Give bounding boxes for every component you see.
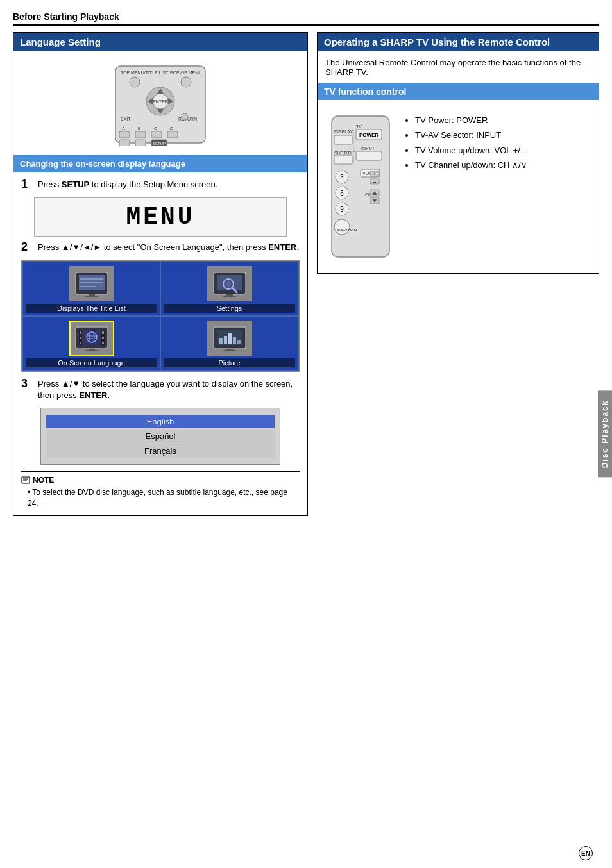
sharp-tv-section: Operating a SHARP TV Using the Remote Co… bbox=[317, 32, 599, 274]
lang-option-espanol[interactable]: Español bbox=[46, 430, 275, 443]
en-badge: EN bbox=[579, 846, 593, 860]
step-1: 1 Press SETUP to display the Setup Menu … bbox=[21, 179, 300, 191]
svg-text:SETUP: SETUP bbox=[153, 142, 166, 146]
settings-label: Settings bbox=[164, 304, 295, 313]
svg-rect-21 bbox=[151, 131, 162, 138]
svg-rect-23 bbox=[119, 140, 130, 146]
svg-rect-45 bbox=[80, 331, 81, 334]
right-column: Operating a SHARP TV Using the Remote Co… bbox=[317, 32, 599, 281]
svg-text:TOP MENU/TITLE LIST: TOP MENU/TITLE LIST bbox=[121, 71, 169, 75]
svg-text:SUBTITLE: SUBTITLE bbox=[334, 151, 356, 155]
note-text: • To select the DVD disc language, such … bbox=[28, 487, 300, 509]
tv-control-list: TV Power: POWER TV-AV Selector: INPUT TV… bbox=[405, 113, 527, 173]
step-3-number: 3 bbox=[21, 377, 33, 390]
svg-rect-50 bbox=[102, 342, 104, 344]
note-section: NOTE • To select the DVD disc language, … bbox=[21, 471, 300, 509]
lang-option-english[interactable]: English bbox=[46, 415, 275, 428]
tv-control-area: DISPLAY TV POWER SUBTITLE INPUT bbox=[325, 113, 591, 267]
on-screen-language-label: On Screen Language bbox=[26, 358, 157, 367]
svg-rect-33 bbox=[85, 296, 98, 297]
grid-cell-on-screen-language: On Screen Language bbox=[23, 317, 160, 370]
svg-rect-56 bbox=[85, 350, 98, 351]
grid-cell-picture: Picture bbox=[161, 317, 298, 370]
svg-rect-61 bbox=[228, 333, 232, 344]
step-3-bold: ENTER bbox=[79, 390, 107, 400]
svg-point-3 bbox=[130, 77, 140, 87]
picture-icon bbox=[207, 321, 252, 356]
page: Before Starting Playback Language Settin… bbox=[0, 0, 612, 868]
tv-function-subheader: TV function control bbox=[318, 83, 599, 100]
tv-remote-svg: DISPLAY TV POWER SUBTITLE INPUT bbox=[325, 113, 396, 267]
remote-svg: TOP MENU/TITLE LIST POP-UP MENU ENTER bbox=[103, 63, 218, 146]
title-list-icon bbox=[69, 266, 114, 301]
note-label: NOTE bbox=[33, 476, 54, 485]
svg-text:+: + bbox=[373, 171, 377, 177]
svg-rect-24 bbox=[135, 140, 146, 146]
tv-control-ch: TV Channel up/down: CH ∧/∨ bbox=[415, 158, 527, 172]
svg-point-96 bbox=[334, 219, 350, 235]
svg-text:6: 6 bbox=[340, 190, 344, 197]
step-2-bold: ENTER bbox=[268, 242, 296, 252]
svg-rect-66 bbox=[22, 477, 30, 483]
svg-text:POP-UP MENU: POP-UP MENU bbox=[170, 71, 201, 75]
svg-text:TV: TV bbox=[356, 124, 362, 129]
svg-text:INPUT: INPUT bbox=[361, 146, 375, 151]
tv-control-vol: TV Volume up/down: VOL +/– bbox=[415, 143, 527, 158]
svg-text:9: 9 bbox=[340, 206, 344, 213]
svg-rect-22 bbox=[167, 131, 178, 138]
svg-rect-20 bbox=[135, 131, 146, 138]
sharp-tv-intro-content: The Universal Remote Control may operate… bbox=[318, 51, 599, 83]
svg-rect-47 bbox=[80, 342, 81, 344]
title-list-label: Displays The Title List bbox=[26, 304, 157, 313]
step-2-text: Press ▲/▼/◄/► to select "On Screen Langu… bbox=[38, 242, 299, 253]
lang-section-content: 1 Press SETUP to display the Setup Menu … bbox=[13, 172, 307, 515]
svg-rect-78 bbox=[334, 155, 352, 164]
svg-rect-19 bbox=[119, 131, 130, 138]
svg-rect-48 bbox=[102, 331, 104, 334]
change-lang-header: Changing the on-screen display language bbox=[13, 155, 307, 172]
disc-playback-tab: Disc Playback bbox=[598, 391, 612, 478]
svg-rect-77 bbox=[356, 151, 382, 160]
svg-rect-74 bbox=[334, 135, 352, 144]
language-setting-section: Language Setting TOP MENU/TITLE LIST POP… bbox=[13, 32, 308, 516]
svg-point-14 bbox=[182, 113, 188, 120]
grid-cell-title-list: Displays The Title List bbox=[23, 262, 160, 315]
svg-rect-40 bbox=[223, 296, 236, 297]
step-1-bold: SETUP bbox=[62, 179, 89, 189]
grid-menu: Displays The Title List bbox=[21, 260, 300, 372]
svg-point-4 bbox=[181, 77, 191, 87]
remote-illustration: TOP MENU/TITLE LIST POP-UP MENU ENTER bbox=[21, 58, 300, 149]
main-columns: Language Setting TOP MENU/TITLE LIST POP… bbox=[13, 32, 599, 524]
svg-text:DISPLAY: DISPLAY bbox=[334, 129, 353, 134]
svg-rect-59 bbox=[219, 338, 223, 344]
left-column: Language Setting TOP MENU/TITLE LIST POP… bbox=[13, 32, 308, 524]
language-select-box: English Español Français bbox=[40, 408, 280, 465]
svg-text:FUNCTION: FUNCTION bbox=[337, 228, 357, 232]
settings-icon bbox=[207, 266, 252, 301]
tv-control-input: TV-AV Selector: INPUT bbox=[415, 128, 527, 142]
svg-rect-63 bbox=[237, 340, 241, 344]
svg-text:EXIT: EXIT bbox=[121, 117, 131, 121]
svg-rect-46 bbox=[80, 337, 81, 339]
note-title: NOTE bbox=[21, 476, 300, 485]
step-1-text: Press SETUP to display the Setup Menu sc… bbox=[38, 179, 217, 190]
grid-cell-settings: Settings bbox=[161, 262, 298, 315]
svg-text:ENTER: ENTER bbox=[153, 99, 168, 104]
svg-text:B: B bbox=[138, 126, 141, 131]
step-2-number: 2 bbox=[21, 240, 33, 254]
svg-rect-49 bbox=[102, 337, 104, 339]
lang-option-francais[interactable]: Français bbox=[46, 444, 275, 458]
menu-display: MENU bbox=[34, 197, 287, 237]
step-3: 3 Press ▲/▼ to select the language you w… bbox=[21, 378, 300, 401]
sharp-tv-header: Operating a SHARP TV Using the Remote Co… bbox=[318, 33, 599, 51]
svg-text:D: D bbox=[170, 126, 173, 131]
svg-rect-62 bbox=[233, 337, 236, 344]
page-title: Before Starting Playback bbox=[13, 12, 599, 26]
svg-text:C: C bbox=[154, 126, 157, 131]
step-1-number: 1 bbox=[21, 178, 33, 191]
tv-function-content: DISPLAY TV POWER SUBTITLE INPUT bbox=[318, 100, 599, 273]
svg-text:3: 3 bbox=[340, 174, 344, 181]
tv-control-power: TV Power: POWER bbox=[415, 113, 527, 128]
svg-text:A: A bbox=[122, 126, 125, 131]
picture-label: Picture bbox=[164, 358, 295, 367]
